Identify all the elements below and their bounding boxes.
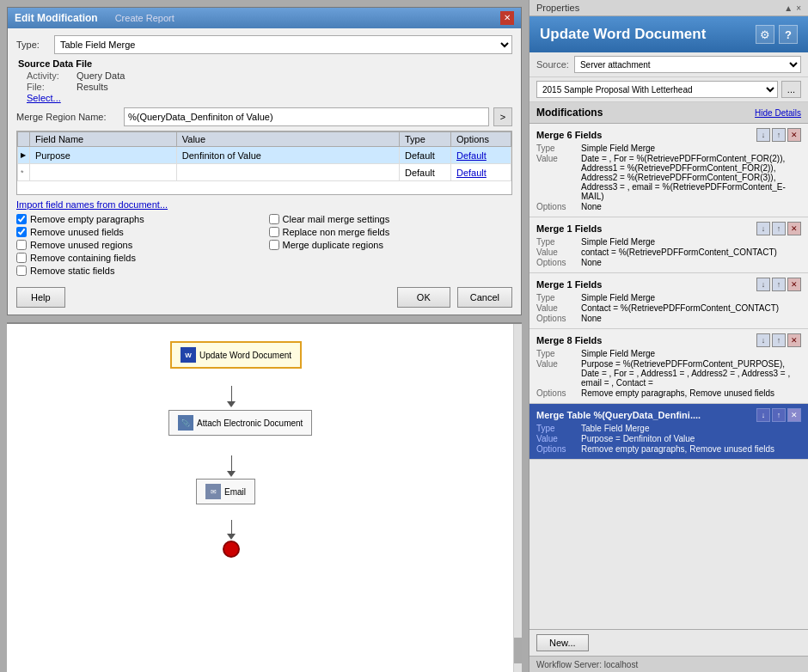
- table-row[interactable]: * Default Default: [18, 164, 511, 181]
- panel-pin-button[interactable]: ▲: [784, 3, 793, 13]
- mod-item-3[interactable]: Merge 1 Fields ↓ ↑ ✕ Type Simple Field M…: [529, 273, 808, 329]
- canvas-scrollbar[interactable]: [513, 324, 522, 672]
- arrow-1: [227, 401, 236, 407]
- row-value[interactable]: Denfiniton of Value: [176, 147, 399, 164]
- connector-1: [231, 386, 232, 403]
- mod-down-4[interactable]: ↓: [756, 333, 770, 347]
- checkbox-replace-non[interactable]: Replace non merge fields: [269, 227, 513, 237]
- arrow-3: [227, 534, 236, 540]
- source-select[interactable]: Server attachment: [574, 56, 801, 73]
- cancel-button[interactable]: Cancel: [457, 287, 512, 308]
- document-browse-button[interactable]: ...: [781, 81, 801, 98]
- mod-delete-4[interactable]: ✕: [787, 333, 801, 347]
- workflow-node-attach-doc[interactable]: 📎 Attach Electronic Document: [168, 410, 312, 436]
- help-button-right[interactable]: ?: [779, 25, 798, 44]
- node-label-update-word: Update Word Document: [199, 351, 291, 360]
- mod-value-text-1: Date = , For = %(RetrievePDFFormContent_…: [581, 154, 801, 201]
- mod-up-5[interactable]: ↑: [772, 408, 786, 422]
- mod-value-label-1: Value: [536, 154, 578, 201]
- mod-options-value-4: Remove empty paragraphs, Remove unused f…: [581, 388, 774, 398]
- checkbox-remove-static[interactable]: Remove static fields: [16, 266, 260, 276]
- mod-up-3[interactable]: ↑: [772, 278, 786, 291]
- fields-table-container: Field Name Value Type Options ▶ Purpose …: [16, 131, 512, 195]
- checkbox-remove-empty[interactable]: Remove empty paragraphs: [16, 214, 260, 224]
- cb-merge-dup[interactable]: [269, 240, 279, 250]
- mod-delete-1[interactable]: ✕: [787, 128, 801, 142]
- row-options[interactable]: Default: [451, 147, 511, 164]
- mod-item-2[interactable]: Merge 1 Fields ↓ ↑ ✕ Type Simple Field M…: [529, 217, 808, 273]
- document-select[interactable]: 2015 Sample Proposal With Letterhead: [536, 81, 778, 98]
- ok-button[interactable]: OK: [397, 287, 450, 308]
- mod-item-1[interactable]: Merge 6 Fields ↓ ↑ ✕ Type Simple Field M…: [529, 124, 808, 217]
- panel-close-button[interactable]: ×: [796, 3, 801, 13]
- mod-down-2[interactable]: ↓: [756, 222, 770, 235]
- mod-down-1[interactable]: ↓: [756, 128, 770, 142]
- word-icon: W: [181, 347, 196, 363]
- mod-options-label-3: Options: [536, 314, 578, 323]
- properties-title: Properties: [536, 3, 579, 13]
- cb-remove-containing[interactable]: [16, 253, 27, 263]
- checkbox-remove-regions[interactable]: Remove unused regions: [16, 240, 260, 250]
- cb-replace-non[interactable]: [269, 227, 279, 237]
- table-row[interactable]: ▶ Purpose Denfiniton of Value Default De…: [18, 147, 511, 164]
- merge-region-expand-button[interactable]: >: [493, 107, 512, 126]
- mod-type-label-5: Type: [536, 424, 578, 433]
- checkboxes-section: Remove empty paragraphs Clear mail merge…: [16, 214, 512, 276]
- dialog-close-button[interactable]: ✕: [500, 11, 514, 25]
- activity-value: Query Data: [77, 70, 125, 81]
- mod-up-2[interactable]: ↑: [772, 222, 786, 235]
- gear-button[interactable]: ⚙: [756, 25, 774, 44]
- mod-up-1[interactable]: ↑: [772, 128, 786, 142]
- row-value-new[interactable]: [176, 164, 399, 181]
- cb-remove-static[interactable]: [16, 266, 27, 276]
- mod-item-4[interactable]: Merge 8 Fields ↓ ↑ ✕ Type Simple Field M…: [529, 329, 808, 404]
- mod-value-label-4: Value: [536, 359, 578, 388]
- new-button[interactable]: New...: [536, 634, 589, 651]
- checkbox-remove-unused[interactable]: Remove unused fields: [16, 227, 260, 237]
- mod-delete-3[interactable]: ✕: [787, 278, 801, 291]
- workflow-node-update-word[interactable]: W Update Word Document: [170, 341, 302, 369]
- cb-remove-unused[interactable]: [16, 227, 27, 237]
- type-row: Type: Table Field Merge: [16, 35, 512, 54]
- workflow-node-email[interactable]: ✉ Email: [196, 479, 255, 504]
- col-type: Type: [400, 132, 451, 147]
- checkbox-merge-dup[interactable]: Merge duplicate regions: [269, 240, 513, 250]
- workflow-server-bar: Workflow Server: localhost: [529, 656, 808, 672]
- row-field-name-new[interactable]: [30, 164, 177, 181]
- type-select[interactable]: Table Field Merge: [54, 35, 512, 54]
- import-link[interactable]: Import field names from document...: [16, 199, 168, 210]
- modifications-list: Merge 6 Fields ↓ ↑ ✕ Type Simple Field M…: [529, 124, 808, 629]
- mod-down-5[interactable]: ↓: [756, 408, 770, 422]
- cb-remove-unused-label: Remove unused fields: [30, 227, 124, 237]
- cb-clear-mail[interactable]: [269, 214, 279, 224]
- node-label-attach-doc: Attach Electronic Document: [197, 418, 303, 428]
- mod-type-value-3: Simple Field Merge: [581, 293, 655, 302]
- cb-remove-empty-label: Remove empty paragraphs: [30, 214, 144, 224]
- row-field-name[interactable]: Purpose: [30, 147, 177, 164]
- row-options-new[interactable]: Default: [451, 164, 511, 181]
- cb-remove-empty[interactable]: [16, 214, 27, 224]
- default-link[interactable]: Default: [456, 150, 487, 161]
- mod-value-text-5: Purpose = Denfiniton of Value: [581, 434, 695, 443]
- help-button[interactable]: Help: [16, 287, 65, 308]
- mod-delete-5[interactable]: ✕: [787, 408, 801, 422]
- dialog-titlebar: Edit Modification Create Report ✕: [8, 8, 521, 28]
- mod-value-text-4: Purpose = %(RetrievePDFFormContent_PURPO…: [581, 359, 801, 388]
- mod-value-label-5: Value: [536, 434, 578, 443]
- mod-item-5[interactable]: Merge Table %(QueryData_Denfini.... ↓ ↑ …: [529, 404, 808, 460]
- checkbox-clear-mail[interactable]: Clear mail merge settings: [269, 214, 513, 224]
- mod-up-4[interactable]: ↑: [772, 333, 786, 347]
- hide-details-link[interactable]: Hide Details: [755, 108, 801, 118]
- mod-value-label-2: Value: [536, 247, 578, 257]
- merge-region-input[interactable]: [124, 107, 489, 126]
- mod-options-value-1: None: [581, 202, 602, 211]
- checkbox-remove-containing[interactable]: Remove containing fields: [16, 253, 260, 263]
- mod-value-label-3: Value: [536, 303, 578, 313]
- mod-title-3: Merge 1 Fields: [536, 279, 602, 290]
- mod-delete-2[interactable]: ✕: [787, 222, 801, 235]
- cb-remove-regions[interactable]: [16, 240, 27, 250]
- select-link[interactable]: Select...: [27, 93, 61, 103]
- row-arrow: ▶: [18, 147, 30, 164]
- default-link-new[interactable]: Default: [456, 168, 487, 178]
- mod-down-3[interactable]: ↓: [756, 278, 770, 291]
